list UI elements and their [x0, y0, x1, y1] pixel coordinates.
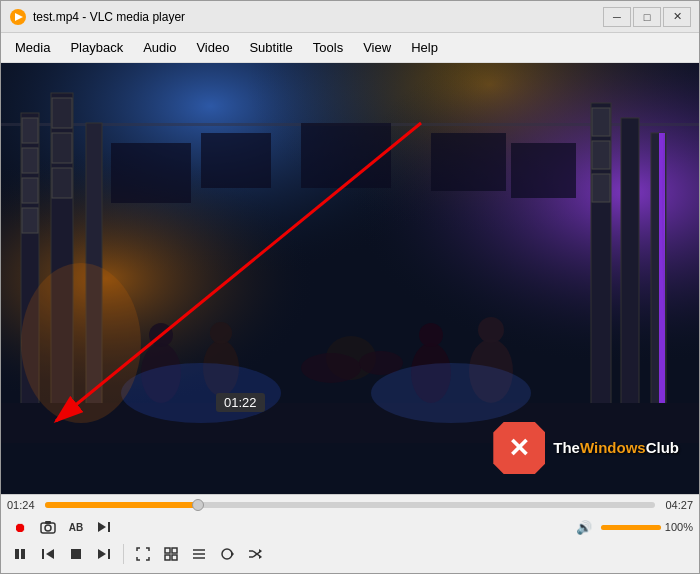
progress-fill [45, 502, 198, 508]
menu-tools[interactable]: Tools [303, 36, 353, 59]
video-scene [1, 63, 699, 494]
ab-loop-button[interactable]: AB [63, 515, 89, 539]
video-area[interactable]: 01:22 ✕ TheWindowsClub [1, 63, 699, 494]
svg-rect-62 [165, 555, 170, 560]
time-tooltip: 01:22 [216, 393, 265, 412]
svg-point-28 [149, 323, 173, 347]
svg-rect-41 [431, 133, 506, 191]
volume-percent: 100% [665, 521, 693, 533]
record-button[interactable]: ⏺ [7, 515, 33, 539]
volume-area: 🔊 100% [571, 515, 693, 539]
svg-rect-54 [21, 549, 25, 559]
next-button[interactable] [91, 542, 117, 566]
minimize-button[interactable]: ─ [603, 7, 631, 27]
tooltip-time-value: 01:22 [224, 395, 257, 410]
svg-rect-23 [592, 108, 610, 136]
svg-rect-25 [592, 174, 610, 202]
svg-rect-60 [165, 548, 170, 553]
menu-bar: Media Playback Audio Video Subtitle Tool… [1, 33, 699, 63]
extended-settings-button[interactable] [158, 542, 184, 566]
loop-button[interactable] [214, 542, 240, 566]
vlc-window: test.mp4 - VLC media player ─ □ ✕ Media … [0, 0, 700, 574]
svg-rect-63 [172, 555, 177, 560]
random-button[interactable] [242, 542, 268, 566]
svg-point-33 [419, 323, 443, 347]
controls-area: 01:24 04:27 ⏺ AB [1, 494, 699, 573]
svg-marker-58 [98, 549, 106, 559]
svg-rect-38 [111, 143, 191, 203]
svg-marker-55 [46, 549, 54, 559]
svg-marker-70 [259, 549, 262, 553]
svg-rect-12 [22, 148, 38, 173]
svg-point-49 [45, 525, 51, 531]
progress-track[interactable] [45, 502, 655, 508]
playlist-button[interactable] [186, 542, 212, 566]
svg-rect-13 [22, 178, 38, 203]
snapshot-button[interactable] [35, 515, 61, 539]
menu-playback[interactable]: Playback [60, 36, 133, 59]
svg-point-30 [210, 322, 232, 344]
video-content: 01:22 ✕ TheWindowsClub [1, 63, 699, 494]
volume-fill [601, 525, 661, 530]
app-icon [9, 8, 27, 26]
svg-rect-50 [45, 521, 51, 524]
svg-marker-73 [259, 555, 262, 559]
svg-rect-53 [15, 549, 19, 559]
stop-button[interactable] [63, 542, 89, 566]
frame-next-button[interactable] [91, 515, 117, 539]
title-bar: test.mp4 - VLC media player ─ □ ✕ [1, 1, 699, 33]
controls-row-2 [7, 542, 693, 566]
svg-point-36 [301, 353, 361, 383]
svg-marker-51 [98, 522, 106, 532]
progress-handle[interactable] [192, 499, 204, 511]
window-title: test.mp4 - VLC media player [33, 10, 603, 24]
svg-point-44 [371, 363, 531, 423]
svg-rect-40 [301, 123, 391, 188]
svg-rect-39 [201, 133, 271, 188]
progress-row: 01:24 04:27 [7, 499, 693, 511]
fullscreen-button[interactable] [130, 542, 156, 566]
svg-rect-59 [108, 549, 110, 559]
svg-rect-14 [22, 208, 38, 233]
svg-marker-67 [231, 551, 234, 557]
menu-audio[interactable]: Audio [133, 36, 186, 59]
svg-point-45 [21, 263, 141, 423]
menu-help[interactable]: Help [401, 36, 448, 59]
svg-rect-19 [621, 118, 639, 433]
window-controls: ─ □ ✕ [603, 7, 691, 27]
svg-rect-16 [52, 133, 72, 163]
svg-rect-56 [42, 549, 44, 559]
svg-rect-17 [52, 168, 72, 198]
play-pause-button[interactable] [7, 542, 33, 566]
controls-row-1: ⏺ AB 🔊 100% [7, 515, 693, 539]
volume-icon[interactable]: 🔊 [571, 515, 597, 539]
menu-view[interactable]: View [353, 36, 401, 59]
svg-rect-22 [659, 133, 665, 413]
current-time: 01:24 [7, 499, 39, 511]
svg-rect-52 [108, 522, 110, 532]
svg-rect-11 [22, 118, 38, 143]
volume-track[interactable] [601, 525, 661, 530]
total-time: 04:27 [661, 499, 693, 511]
close-button[interactable]: ✕ [663, 7, 691, 27]
svg-point-35 [478, 317, 504, 343]
svg-rect-57 [71, 549, 81, 559]
svg-rect-15 [52, 98, 72, 128]
prev-button[interactable] [35, 542, 61, 566]
svg-rect-42 [511, 143, 576, 198]
svg-rect-61 [172, 548, 177, 553]
menu-media[interactable]: Media [5, 36, 60, 59]
menu-subtitle[interactable]: Subtitle [239, 36, 302, 59]
svg-rect-24 [592, 141, 610, 169]
maximize-button[interactable]: □ [633, 7, 661, 27]
menu-video[interactable]: Video [186, 36, 239, 59]
